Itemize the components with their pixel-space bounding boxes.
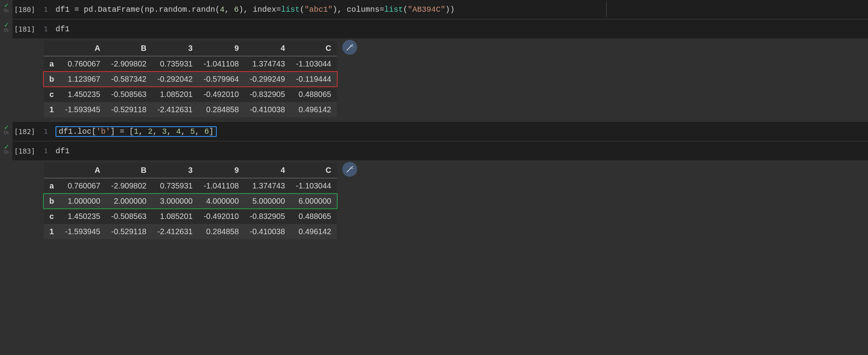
table-cell: 0.735931 xyxy=(152,56,198,72)
col-header: 3 xyxy=(152,163,198,178)
table-cell: 0.496142 xyxy=(291,102,337,117)
row-index: 1 xyxy=(44,102,59,117)
table-cell: 0.735931 xyxy=(152,178,198,194)
table-cell: -0.579964 xyxy=(198,72,244,87)
col-header: A xyxy=(59,163,106,178)
table-cell: 1.450235 xyxy=(59,209,106,224)
row-index: c xyxy=(44,209,59,224)
table-row: c1.450235-0.5085631.085201-0.492010-0.83… xyxy=(44,87,337,102)
col-header: 3 xyxy=(152,41,198,56)
cell-gutter: ✓ 0s xyxy=(0,0,13,19)
line-number: 1 xyxy=(40,122,52,141)
magic-wand-button[interactable] xyxy=(342,40,357,55)
cell-output: AB394Ca0.760067-2.9098020.735931-1.04110… xyxy=(0,39,868,122)
code-editor[interactable]: df1 xyxy=(52,142,868,160)
dataframe-table: AB394Ca0.760067-2.9098020.735931-1.04110… xyxy=(44,41,337,117)
table-cell: 1.085201 xyxy=(152,209,198,224)
table-row: b1.123967-0.587342-0.292042-0.579964-0.2… xyxy=(44,72,337,87)
table-row: c1.450235-0.5085631.085201-0.492010-0.83… xyxy=(44,209,337,224)
table-cell: 1.374743 xyxy=(244,178,291,194)
line-number: 1 xyxy=(40,142,52,160)
cell-output: AB394Ca0.760067-2.9098020.735931-1.04110… xyxy=(0,161,868,244)
table-cell: -0.410038 xyxy=(244,102,291,117)
code-cell: ✓ 0s [181] 1 df1 xyxy=(0,20,868,38)
table-row: a0.760067-2.9098020.735931-1.0411081.374… xyxy=(44,56,337,72)
cell-gutter: ✓ 0s xyxy=(0,142,13,160)
table-cell: 0.284858 xyxy=(198,102,244,117)
table-cell: 0.496142 xyxy=(291,224,337,239)
table-cell: -2.412631 xyxy=(152,224,198,239)
cell-gutter: ✓ 0s xyxy=(0,20,13,38)
table-row: 1-1.593945-0.529118-2.4126310.284858-0.4… xyxy=(44,224,337,239)
table-cell: 4.000000 xyxy=(198,194,244,209)
exec-count: [183] xyxy=(13,142,40,160)
table-cell: 3.000000 xyxy=(152,194,198,209)
code-editor[interactable]: df1 xyxy=(52,20,868,38)
code-text[interactable]: df1 xyxy=(56,25,70,34)
table-cell: -1.041108 xyxy=(198,178,244,194)
table-cell: 5.000000 xyxy=(244,194,291,209)
col-header: C xyxy=(291,41,337,56)
row-index: c xyxy=(44,87,59,102)
table-cell: -0.410038 xyxy=(244,224,291,239)
code-cell: ✓ 0s [180] 1 df1 = pd.DataFrame(np.rando… xyxy=(0,0,868,19)
table-cell: -0.529118 xyxy=(106,224,152,239)
table-cell: -0.587342 xyxy=(106,72,152,87)
table-cell: 1.374743 xyxy=(244,56,291,72)
table-cell: -0.508563 xyxy=(106,87,152,102)
table-cell: 0.284858 xyxy=(198,224,244,239)
table-cell: -0.508563 xyxy=(106,209,152,224)
table-cell: -0.299249 xyxy=(244,72,291,87)
table-cell: -0.529118 xyxy=(106,102,152,117)
table-cell: -0.492010 xyxy=(198,87,244,102)
col-header: 4 xyxy=(244,41,291,56)
row-index: 1 xyxy=(44,224,59,239)
row-index: a xyxy=(44,178,59,194)
code-cell: ✓ 0s [183] 1 df1 xyxy=(0,142,868,160)
row-index: b xyxy=(44,194,59,209)
code-editor[interactable]: df1.loc['b'] = [1, 2, 3, 4, 5, 6] xyxy=(52,122,868,141)
dataframe-table: AB394Ca0.760067-2.9098020.735931-1.04110… xyxy=(44,163,337,239)
table-cell: 2.000000 xyxy=(106,194,152,209)
table-row: b1.0000002.0000003.0000004.0000005.00000… xyxy=(44,194,337,209)
table-row: 1-1.593945-0.529118-2.4126310.284858-0.4… xyxy=(44,102,337,117)
blue-highlight-box[interactable]: df1.loc['b'] = [1, 2, 3, 4, 5, 6] xyxy=(56,126,217,137)
exec-count: [182] xyxy=(13,122,40,141)
table-cell: 1.000000 xyxy=(59,194,106,209)
table-cell: -1.103044 xyxy=(291,178,337,194)
col-header: C xyxy=(291,163,337,178)
table-cell: -1.041108 xyxy=(198,56,244,72)
cell-gutter: ✓ 0s xyxy=(0,122,13,141)
code-text[interactable]: df1 xyxy=(56,147,70,156)
magic-wand-button[interactable] xyxy=(342,162,357,177)
exec-time: 0s xyxy=(4,130,9,135)
table-cell: -1.593945 xyxy=(59,224,106,239)
table-cell: -2.909802 xyxy=(106,56,152,72)
code-editor[interactable]: df1 = pd.DataFrame(np.random.randn(4, 6)… xyxy=(52,0,868,19)
table-cell: 0.488065 xyxy=(291,209,337,224)
table-cell: 1.123967 xyxy=(59,72,106,87)
table-cell: 6.000000 xyxy=(291,194,337,209)
editor-ruler xyxy=(606,2,607,17)
table-row: a0.760067-2.9098020.735931-1.0411081.374… xyxy=(44,178,337,194)
col-header: B xyxy=(106,163,152,178)
col-header: 9 xyxy=(198,163,244,178)
col-header: 4 xyxy=(244,163,291,178)
table-cell: -2.412631 xyxy=(152,102,198,117)
code-cell: ✓ 0s [182] 1 df1.loc['b'] = [1, 2, 3, 4,… xyxy=(0,122,868,141)
col-header: A xyxy=(59,41,106,56)
table-cell: 0.488065 xyxy=(291,87,337,102)
table-cell: -0.832905 xyxy=(244,209,291,224)
row-index: b xyxy=(44,72,59,87)
row-index: a xyxy=(44,56,59,72)
table-cell: -1.593945 xyxy=(59,102,106,117)
exec-count: [180] xyxy=(13,0,40,19)
exec-count: [181] xyxy=(13,20,40,38)
table-cell: 1.085201 xyxy=(152,87,198,102)
table-cell: -0.492010 xyxy=(198,209,244,224)
exec-time: 0s xyxy=(4,27,9,33)
code-text[interactable]: df1 = pd.DataFrame(np.random.randn(4, 6)… xyxy=(56,5,455,14)
table-cell: 0.760067 xyxy=(59,178,106,194)
col-header: B xyxy=(106,41,152,56)
table-cell: -2.909802 xyxy=(106,178,152,194)
